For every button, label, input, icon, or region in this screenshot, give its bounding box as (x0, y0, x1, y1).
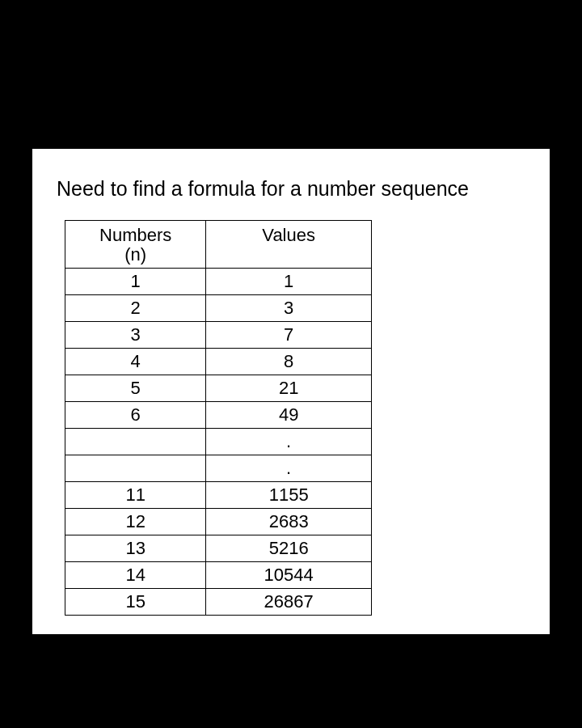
cell-v: . (206, 455, 372, 482)
cell-n: 6 (65, 402, 206, 429)
cell-v: 10544 (206, 562, 372, 589)
cell-n: 5 (65, 375, 206, 402)
table-row: 15 26867 (65, 589, 372, 616)
cell-n: 14 (65, 562, 206, 589)
cell-v: . (206, 429, 372, 455)
table-row: 14 10544 (65, 562, 372, 589)
table-row: . (65, 455, 372, 482)
cell-n: 13 (65, 535, 206, 562)
table-header-values: Values (206, 221, 372, 269)
cell-n (65, 429, 206, 455)
header-numbers-label-line2: (n) (124, 244, 146, 265)
table-row: 1 1 (65, 269, 372, 295)
cell-n: 15 (65, 589, 206, 616)
page-title: Need to find a formula for a number sequ… (57, 176, 525, 201)
cell-v: 8 (206, 349, 372, 375)
cell-v: 2683 (206, 509, 372, 535)
table-body: 1 1 2 3 3 7 4 8 5 21 6 49 (65, 269, 372, 616)
table-header-numbers: Numbers (n) (65, 221, 206, 269)
cell-v: 1 (206, 269, 372, 295)
table-row: 5 21 (65, 375, 372, 402)
table-row: 6 49 (65, 402, 372, 429)
cell-n: 3 (65, 322, 206, 349)
cell-v: 26867 (206, 589, 372, 616)
cell-v: 3 (206, 295, 372, 322)
document-page: Need to find a formula for a number sequ… (32, 149, 550, 634)
table-row: 12 2683 (65, 509, 372, 535)
cell-v: 49 (206, 402, 372, 429)
cell-n: 12 (65, 509, 206, 535)
cell-n: 1 (65, 269, 206, 295)
cell-v: 7 (206, 322, 372, 349)
cell-n: 4 (65, 349, 206, 375)
header-values-label: Values (262, 225, 315, 245)
header-numbers-label-line1: Numbers (99, 225, 171, 245)
table-row: 2 3 (65, 295, 372, 322)
cell-v: 21 (206, 375, 372, 402)
cell-n (65, 455, 206, 482)
cell-n: 2 (65, 295, 206, 322)
table-row: 3 7 (65, 322, 372, 349)
cell-v: 5216 (206, 535, 372, 562)
table-header-row: Numbers (n) Values (65, 221, 372, 269)
cell-v: 1155 (206, 482, 372, 509)
sequence-table: Numbers (n) Values 1 1 2 3 3 7 (65, 220, 372, 616)
table-row: . (65, 429, 372, 455)
cell-n: 11 (65, 482, 206, 509)
table-row: 4 8 (65, 349, 372, 375)
table-row: 11 1155 (65, 482, 372, 509)
table-row: 13 5216 (65, 535, 372, 562)
